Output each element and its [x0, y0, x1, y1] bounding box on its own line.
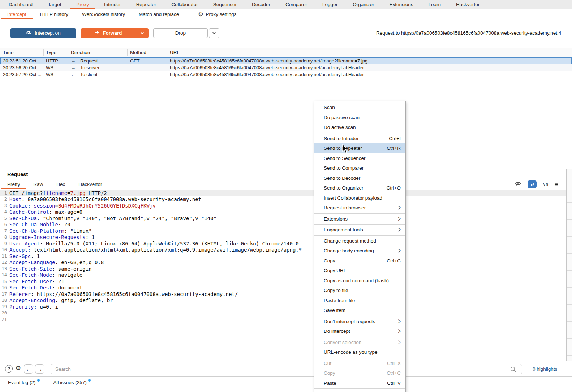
proxy-settings-tab[interactable]: Proxy settings	[206, 12, 237, 17]
menu-item-send-to-repeater[interactable]: Send to RepeaterCtrl+R	[314, 143, 405, 153]
proxy-settings-gear-icon[interactable]: ⚙	[198, 12, 203, 17]
menu-item-label: Cut	[324, 361, 380, 366]
menu-item-change-request-method[interactable]: Change request method	[314, 236, 405, 246]
column-header-url[interactable]: URL	[170, 48, 180, 57]
line-code: User-Agent: Mozilla/5.0 (X11; Linux x86_…	[9, 241, 299, 247]
editor-line: 12Accept-Language: en-GB,en;q=0.8	[0, 260, 566, 266]
forward-button-main[interactable]: Forward	[81, 30, 136, 36]
column-divider	[127, 49, 128, 56]
menu-item-change-body-encoding[interactable]: Change body encoding>	[314, 246, 405, 256]
menu-item-send-to-comparer[interactable]: Send to Comparer	[314, 163, 405, 173]
menu-item-do-passive-scan[interactable]: Do passive scan	[314, 113, 405, 123]
menu-item-send-to-intruder[interactable]: Send to IntruderCtrl+I	[314, 134, 405, 144]
top-nav-tab-extensions[interactable]: Extensions	[389, 0, 413, 9]
table-row[interactable]: 20:23:56 20 Oct ...WS→To serverhttps://0…	[0, 64, 572, 71]
table-row[interactable]: 20:23:51 20 Oct ...HTTP→RequestGEThttps:…	[0, 57, 572, 64]
top-nav-tab-intruder[interactable]: Intruder	[104, 0, 121, 9]
hidden-items-eye-slash-icon[interactable]	[515, 181, 521, 188]
top-nav-tab-learn[interactable]: Learn	[428, 0, 441, 9]
editor-tab-hex[interactable]: Hex	[56, 180, 65, 189]
sub-nav-tab-http-history[interactable]: HTTP history	[40, 10, 69, 19]
all-issues-tab[interactable]: All issues (257)	[53, 380, 91, 385]
top-nav-tab-sequencer[interactable]: Sequencer	[213, 0, 237, 9]
menu-item-paste-from-file[interactable]: Paste from file	[314, 296, 405, 306]
column-header-time[interactable]: Time	[3, 48, 14, 57]
menu-item-request-in-browser[interactable]: Request in browser>	[314, 203, 405, 213]
column-header-method[interactable]: Method	[130, 48, 146, 57]
help-icon[interactable]: ?	[5, 365, 13, 373]
top-nav-tab-logger[interactable]: Logger	[322, 0, 337, 9]
menu-item-label: Paste	[324, 380, 380, 386]
line-code: Sec-Ch-Ua-Mobile: ?0	[9, 222, 70, 227]
menu-item-label: Send to Intruder	[324, 136, 382, 141]
menu-item-message-editor-documentation[interactable]: Message editor documentation	[314, 389, 405, 392]
next-match-button[interactable]: →	[35, 364, 44, 374]
event-log-tab[interactable]: Event log (2)	[8, 380, 40, 385]
menu-item-label: Do passive scan	[324, 115, 401, 120]
line-code: Host: 0a7a006503fe8c458165c6fa0047008a.w…	[9, 196, 201, 202]
top-nav-tab-target[interactable]: Target	[48, 0, 61, 9]
direction-arrow-icon: →	[71, 57, 76, 64]
line-number: 2	[0, 197, 9, 202]
editor-tab-raw[interactable]: Raw	[33, 180, 43, 189]
menu-item-do-active-scan[interactable]: Do active scan	[314, 122, 405, 132]
menu-separator	[314, 316, 405, 316]
top-nav-tab-comparer[interactable]: Comparer	[285, 0, 307, 9]
search-input[interactable]	[51, 364, 522, 374]
editor-tab-hackvertor[interactable]: Hackvertor	[78, 180, 102, 189]
request-editor[interactable]: 1GET /image?filename=7.jpg HTTP/22Host: …	[0, 190, 566, 361]
menu-item-copy[interactable]: CopyCtrl+C	[314, 256, 405, 266]
column-header-direction[interactable]: Direction	[71, 48, 90, 57]
editor-menu-icon[interactable]: ≡	[554, 181, 558, 188]
top-nav-tab-organizer[interactable]: Organizer	[353, 0, 374, 9]
word-wrap-toggle-icon[interactable]	[528, 180, 537, 188]
menu-item-engagement-tools[interactable]: Engagement tools>	[314, 225, 405, 235]
column-header-type[interactable]: Type	[46, 48, 56, 57]
menu-item-url-encode-as-you-type[interactable]: URL-encode as you type	[314, 347, 405, 357]
menu-item-extensions[interactable]: Extensions>	[314, 214, 405, 224]
forward-button[interactable]: Forward	[81, 28, 149, 38]
top-nav-tab-hackvertor[interactable]: Hackvertor	[456, 0, 479, 9]
direction-arrow-icon: →	[71, 64, 76, 71]
line-number: 17	[0, 292, 9, 297]
table-row[interactable]: 20:23:57 20 Oct ...WS←To clienthttps://0…	[0, 71, 572, 78]
drop-dropdown-button[interactable]	[209, 28, 219, 38]
menu-item-paste[interactable]: PasteCtrl+V	[314, 378, 405, 388]
menu-item-shortcut: Ctrl+X	[387, 361, 401, 366]
menu-item-send-to-organizer[interactable]: Send to OrganizerCtrl+O	[314, 183, 405, 193]
forward-dropdown-button[interactable]	[136, 32, 149, 34]
intercept-toggle-button[interactable]: Intercept on	[10, 28, 76, 38]
menu-item-send-to-decoder[interactable]: Send to Decoder	[314, 173, 405, 183]
menu-item-send-to-sequencer[interactable]: Send to Sequencer	[314, 153, 405, 164]
submenu-arrow-icon: >	[398, 247, 401, 255]
menu-item-don-t-intercept-requests[interactable]: Don't intercept requests>	[314, 317, 405, 327]
line-code: Accept: text/html,application/xhtml+xml,…	[9, 247, 302, 253]
top-nav-tab-repeater[interactable]: Repeater	[136, 0, 156, 9]
top-nav-tab-decoder[interactable]: Decoder	[252, 0, 270, 9]
top-nav-tab-dashboard[interactable]: Dashboard	[9, 0, 33, 9]
menu-item-scan[interactable]: Scan	[314, 103, 405, 113]
top-nav-tab-collaborator[interactable]: Collaborator	[171, 0, 198, 9]
search-settings-gear-icon[interactable]: ⚙	[15, 365, 21, 373]
editor-line: 16Sec-Fetch-Dest: document	[0, 285, 566, 291]
burp-suite-window: DashboardTargetProxyIntruderRepeaterColl…	[0, 0, 572, 392]
line-number: 14	[0, 273, 9, 278]
menu-item-save-item[interactable]: Save item	[314, 305, 405, 315]
menu-item-do-intercept[interactable]: Do intercept>	[314, 326, 405, 336]
sub-nav-tab-websockets-history[interactable]: WebSockets history	[82, 10, 125, 19]
editor-tab-pretty[interactable]: Pretty	[7, 180, 20, 189]
previous-match-button[interactable]: ←	[24, 364, 33, 374]
menu-item-copy-to-file[interactable]: Copy to file	[314, 286, 405, 296]
inspector-collapsed-rail[interactable]	[566, 169, 572, 361]
menu-item-copy-as-curl-command-bash[interactable]: Copy as curl command (bash)	[314, 276, 405, 286]
top-nav-tab-proxy[interactable]: Proxy	[77, 0, 89, 9]
line-code: Priority: u=0, i	[9, 304, 58, 310]
show-newlines-icon[interactable]: \n	[543, 182, 549, 187]
menu-item-copy-url[interactable]: Copy URL	[314, 266, 405, 276]
panel-splitter[interactable]	[0, 169, 572, 169]
cell-type: WS	[46, 64, 53, 71]
menu-item-insert-collaborator-payload[interactable]: Insert Collaborator payload	[314, 193, 405, 203]
sub-nav-tab-match-and-replace[interactable]: Match and replace	[139, 10, 179, 19]
drop-button[interactable]: Drop	[153, 28, 208, 38]
sub-nav-tab-intercept[interactable]: Intercept	[7, 10, 26, 19]
